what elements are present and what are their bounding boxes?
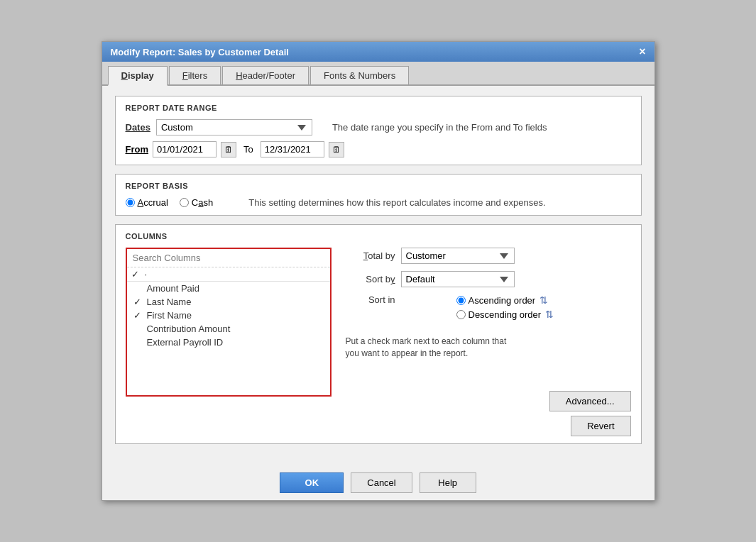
tab-content: REPORT DATE RANGE Dates Custom The date … bbox=[102, 86, 654, 463]
col-label-amount-paid: Amount Paid bbox=[147, 283, 199, 294]
ascending-radio[interactable] bbox=[456, 296, 466, 305]
to-date-input[interactable] bbox=[261, 141, 324, 157]
tab-header-footer[interactable]: Header/Footer bbox=[222, 66, 309, 84]
descending-radio[interactable] bbox=[456, 310, 466, 319]
columns-title: COLUMNS bbox=[126, 232, 631, 240]
to-label: To bbox=[243, 144, 253, 155]
check-last-name: ✓ bbox=[133, 297, 143, 307]
descending-radio-item[interactable]: Descending order bbox=[456, 309, 542, 320]
sort-by-row: Sort by Default bbox=[346, 271, 631, 287]
dates-label: Dates bbox=[126, 122, 150, 133]
total-by-label: Total by bbox=[346, 250, 395, 261]
ascending-row: Ascending order ⇅ bbox=[456, 294, 554, 306]
check-amount-paid bbox=[133, 283, 143, 294]
cash-radio-item[interactable]: Cash bbox=[180, 197, 213, 208]
tab-fonts-numbers[interactable]: Fonts & Numbers bbox=[310, 66, 409, 84]
dates-dropdown[interactable]: Custom bbox=[156, 119, 312, 136]
ascending-sort-icon: ⇅ bbox=[539, 294, 548, 306]
sort-by-dropdown[interactable]: Default bbox=[401, 271, 515, 287]
advanced-button[interactable]: Advanced... bbox=[549, 391, 631, 411]
descending-row: Descending order ⇅ bbox=[456, 309, 554, 320]
col-label-first-name: First Name bbox=[147, 310, 192, 321]
col-label-contribution: Contribution Amount bbox=[147, 323, 231, 334]
from-calendar-button[interactable]: 🗓 bbox=[221, 142, 236, 157]
cancel-button[interactable]: Cancel bbox=[351, 472, 412, 493]
check-contribution bbox=[133, 323, 143, 334]
columns-list-wrap: ✓ · Amount Paid ✓ Last Name ✓ bbox=[126, 248, 332, 397]
report-date-range-section: REPORT DATE RANGE Dates Custom The date … bbox=[115, 96, 642, 165]
sort-in-label: Sort in bbox=[346, 294, 395, 305]
cash-radio[interactable] bbox=[180, 198, 189, 207]
list-item[interactable]: Contribution Amount bbox=[127, 322, 330, 336]
help-button[interactable]: Help bbox=[420, 472, 476, 493]
tab-filters[interactable]: Filters bbox=[169, 66, 221, 84]
columns-hint: Put a check mark next to each column tha… bbox=[346, 336, 516, 360]
list-item[interactable]: External Payroll ID bbox=[127, 336, 330, 349]
from-date-input[interactable] bbox=[153, 141, 217, 157]
columns-section: COLUMNS ✓ · Amount Paid bbox=[115, 224, 642, 444]
list-item[interactable]: ✓ First Name bbox=[127, 309, 330, 322]
date-range-title: REPORT DATE RANGE bbox=[126, 104, 631, 112]
list-item[interactable]: ✓ Last Name bbox=[127, 295, 330, 309]
ok-button[interactable]: OK bbox=[280, 472, 344, 493]
total-by-row: Total by Customer bbox=[346, 248, 631, 264]
col-label-last-name: Last Name bbox=[147, 297, 192, 307]
from-label: From bbox=[126, 144, 149, 155]
check-first-name: ✓ bbox=[133, 310, 143, 321]
basis-hint: This setting determines how this report … bbox=[248, 197, 545, 208]
ascending-label: Ascending order bbox=[469, 295, 536, 306]
from-to-row: From 🗓 To 🗓 bbox=[126, 141, 631, 157]
sort-by-label: Sort by bbox=[346, 274, 395, 284]
title-bar: Modify Report: Sales by Customer Detail … bbox=[102, 42, 654, 62]
right-controls: Total by Customer Sort by Default Sort i… bbox=[346, 248, 631, 436]
header-dot: · bbox=[145, 269, 148, 280]
date-hint: The date range you specify in the From a… bbox=[332, 122, 547, 133]
total-by-dropdown[interactable]: Customer bbox=[401, 248, 515, 264]
dates-row: Dates Custom The date range you specify … bbox=[126, 119, 631, 136]
sort-in-row: Sort in Ascending order ⇅ bbox=[346, 294, 631, 323]
accrual-radio[interactable] bbox=[126, 198, 135, 207]
ascending-radio-item[interactable]: Ascending order bbox=[456, 295, 536, 306]
advanced-revert-area: Advanced... Revert bbox=[346, 388, 631, 436]
basis-row: Accrual Cash This setting determines how… bbox=[126, 197, 631, 208]
close-button[interactable]: × bbox=[639, 46, 645, 57]
descending-sort-icon: ⇅ bbox=[545, 309, 554, 320]
columns-list[interactable]: Amount Paid ✓ Last Name ✓ First Name bbox=[127, 282, 330, 395]
accrual-label: Accrual bbox=[138, 197, 168, 208]
columns-body: ✓ · Amount Paid ✓ Last Name ✓ bbox=[126, 248, 631, 436]
report-basis-section: REPORT BASIS Accrual Cash This setting d… bbox=[115, 174, 642, 216]
check-external-payroll bbox=[133, 337, 143, 348]
cash-label: Cash bbox=[192, 197, 213, 208]
tab-display[interactable]: Display bbox=[108, 66, 168, 86]
accrual-radio-item[interactable]: Accrual bbox=[126, 197, 168, 208]
col-label-external-payroll: External Payroll ID bbox=[147, 337, 224, 348]
sort-in-block: Ascending order ⇅ Descending order ⇅ bbox=[456, 294, 554, 323]
header-check: ✓ bbox=[131, 269, 139, 280]
tab-bar: Display Filters Header/Footer Fonts & Nu… bbox=[102, 62, 654, 86]
basis-radio-group: Accrual Cash bbox=[126, 197, 214, 208]
to-calendar-button[interactable]: 🗓 bbox=[329, 142, 344, 157]
revert-button[interactable]: Revert bbox=[571, 416, 630, 436]
modify-report-dialog: Modify Report: Sales by Customer Detail … bbox=[102, 41, 655, 501]
search-columns-input[interactable] bbox=[127, 249, 330, 267]
dialog-title: Modify Report: Sales by Customer Detail bbox=[111, 47, 289, 57]
column-header-row: ✓ · bbox=[127, 267, 330, 282]
report-basis-title: REPORT BASIS bbox=[126, 182, 631, 190]
descending-label: Descending order bbox=[469, 309, 542, 320]
list-item[interactable]: Amount Paid bbox=[127, 282, 330, 295]
footer-buttons: OK Cancel Help bbox=[102, 463, 654, 500]
